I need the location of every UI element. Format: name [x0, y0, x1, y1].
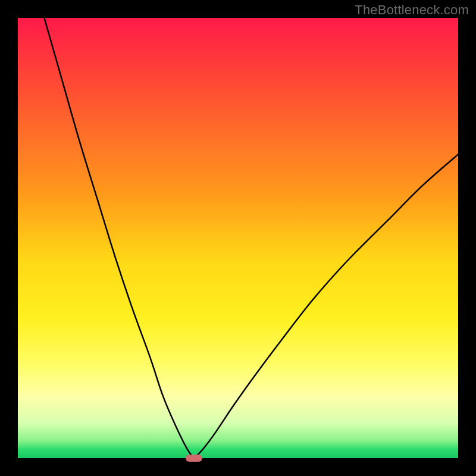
bottleneck-marker [186, 455, 202, 462]
watermark-text: TheBottleneck.com [355, 2, 469, 18]
chart-frame: TheBottleneck.com [0, 0, 476, 476]
bottleneck-curve [18, 18, 458, 458]
plot-area [18, 18, 458, 458]
